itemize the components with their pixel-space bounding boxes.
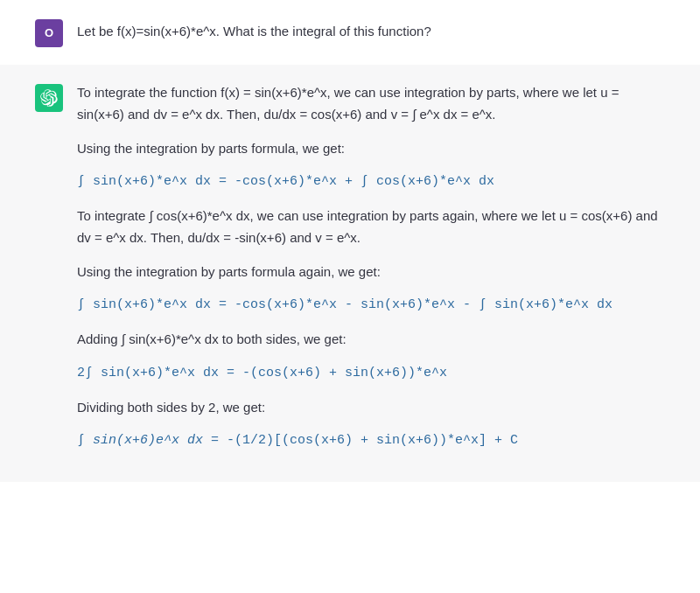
final-integral-label: ∫ sin(x+6)e^x dx: [77, 433, 203, 448]
user-avatar: O: [35, 19, 63, 47]
user-message: O Let be f(x)=sin(x+6)*e^x. What is the …: [0, 0, 700, 65]
openai-icon: [40, 89, 58, 107]
assistant-avatar: [35, 84, 63, 112]
math-line-2: ∫ sin(x+6)*e^x dx = -cos(x+6)*e^x - sin(…: [77, 295, 665, 317]
paragraph-3: To integrate ∫ cos(x+6)*e^x dx, we can u…: [77, 206, 665, 249]
paragraph-6: Dividing both sides by 2, we get:: [77, 397, 665, 419]
math-line-4: ∫ sin(x+6)e^x dx = -(1/2)[(cos(x+6) + si…: [77, 430, 665, 452]
avatar-label: O: [45, 24, 53, 43]
math-line-3: 2∫ sin(x+6)*e^x dx = -(cos(x+6) + sin(x+…: [77, 363, 665, 385]
paragraph-4: Using the integration by parts formula a…: [77, 262, 665, 283]
assistant-message: To integrate the function f(x) = sin(x+6…: [0, 65, 700, 482]
paragraph-2: Using the integration by parts formula, …: [77, 138, 665, 160]
paragraph-1: To integrate the function f(x) = sin(x+6…: [77, 82, 665, 126]
user-text: Let be f(x)=sin(x+6)*e^x. What is the in…: [77, 17, 431, 42]
math-line-1: ∫ sin(x+6)*e^x dx = -cos(x+6)*e^x + ∫ co…: [77, 171, 665, 193]
assistant-content: To integrate the function f(x) = sin(x+6…: [77, 82, 665, 464]
chat-container: O Let be f(x)=sin(x+6)*e^x. What is the …: [0, 0, 700, 482]
paragraph-5: Adding ∫ sin(x+6)*e^x dx to both sides, …: [77, 329, 665, 351]
